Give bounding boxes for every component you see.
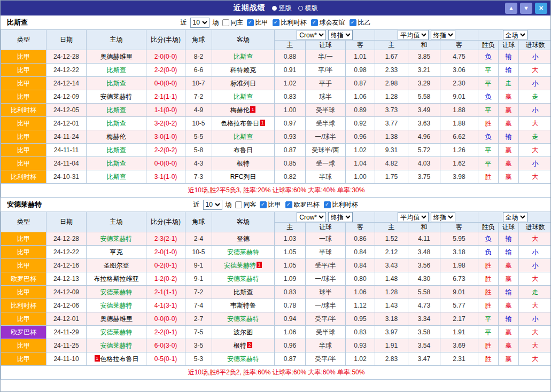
matches-table: 类型 日期 主场 比分(半场) 角球 客场 Crow* 终指 平均值 终指 全场 — [1, 211, 551, 380]
competition-badge: 比甲 — [1, 90, 46, 104]
match-score: 0-5(0-1) — [146, 352, 185, 366]
team-name-text: 根特 — [237, 160, 250, 167]
corner-count: 4-9 — [185, 104, 212, 117]
home-team-cell: 圣图尔登 — [87, 259, 146, 272]
corner-count: 9-1 — [185, 259, 212, 272]
asian-odds-cell: 1.06 — [346, 286, 375, 299]
away-team-cell: 安德莱赫特 — [212, 246, 275, 259]
result-cell: 胜 — [478, 272, 499, 286]
match-date: 24-12-01 — [46, 312, 87, 326]
section-filter-bar: 比斯查 近 10 场 同主 ✓比甲✓比利时杯✓球会友谊✓比乙 — [1, 15, 550, 29]
euro-time-select[interactable]: 终指 — [431, 212, 455, 222]
corner-count: 10-5 — [185, 246, 212, 259]
scope-select[interactable]: 全场 — [503, 30, 527, 40]
result-cell: 小 — [519, 312, 551, 326]
same-venue-filter[interactable]: 同客 — [235, 200, 257, 209]
section-team-name: 比斯查 — [7, 18, 28, 27]
asian-odds-cell: 0.98 — [346, 64, 375, 77]
euro-odds-cell: 5.77 — [440, 299, 478, 312]
home-team-cell: 比斯查 — [87, 157, 146, 170]
layout-horizontal-radio[interactable]: 横版 — [298, 4, 318, 13]
team-name-text: 比斯查 — [107, 146, 126, 154]
asian-odds-cell: 0.83 — [346, 326, 375, 339]
league-filter[interactable]: ✓球会友谊 — [311, 18, 345, 27]
away-team-cell: 安德莱赫特 — [212, 272, 275, 286]
home-team-cell: 亨克 — [87, 246, 146, 259]
team-name-text: 科特赖克 — [230, 66, 256, 74]
result-cell: 负 — [478, 246, 499, 259]
away-team-cell: 布鲁日 — [212, 144, 275, 157]
competition-badge: 比甲 — [1, 130, 46, 144]
euro-time-select[interactable]: 终指 — [431, 30, 455, 40]
result-cell: 负 — [478, 232, 499, 246]
col-result: 胜负 — [478, 41, 499, 50]
result-cell: 赢 — [499, 90, 519, 104]
asian-odds-cell: 受球半/两 — [306, 144, 346, 157]
match-date: 24-11-11 — [46, 144, 87, 157]
team-name-text: 布鲁日 — [234, 146, 253, 154]
corner-count: 8-2 — [185, 50, 212, 64]
layout-vertical-radio[interactable]: 竖版 — [272, 4, 292, 13]
scope-select[interactable]: 全场 — [503, 212, 527, 222]
radio-unselected-icon — [298, 6, 303, 11]
euro-odds-cell: 3.69 — [440, 339, 478, 352]
asian-company-select[interactable]: Crow* — [297, 212, 326, 222]
match-score: 0-0(0-0) — [146, 77, 185, 90]
close-icon[interactable]: × — [535, 3, 547, 14]
asian-odds-cell: 0.84 — [346, 259, 375, 272]
team-name-text: 比斯查 — [234, 288, 253, 296]
league-filter-label: 比甲 — [255, 18, 268, 27]
match-score: 2-1(1-1) — [146, 90, 185, 104]
result-cell: 走 — [519, 90, 551, 104]
euro-odds-cell: 1.75 — [375, 170, 408, 184]
checkbox-checked-icon: ✓ — [260, 201, 267, 208]
league-filter-label: 比利时杯 — [332, 200, 358, 209]
league-filter[interactable]: ✓比利时杯 — [324, 200, 358, 209]
away-team-cell: 韦斯特鲁 — [212, 299, 275, 312]
result-cell: 大 — [519, 352, 551, 366]
corner-count: 7-5 — [185, 326, 212, 339]
near-label: 近 — [193, 200, 200, 209]
result-cell: 平 — [478, 157, 499, 170]
radio-vertical-label: 竖版 — [279, 4, 292, 13]
euro-odds-cell: 3.58 — [408, 326, 440, 339]
league-filter[interactable]: ✓比甲 — [260, 200, 281, 209]
match-row: 比甲24-12-14比斯查0-0(0-0)10-7标准列日1.02平手0.872… — [1, 77, 551, 90]
result-cell: 小 — [519, 246, 551, 259]
same-venue-filter[interactable]: 同主 — [222, 18, 244, 27]
checkbox-checked-icon: ✓ — [285, 201, 292, 208]
team-name-text: 安德莱赫特 — [100, 235, 133, 242]
asian-time-select[interactable]: 终指 — [328, 30, 353, 40]
league-filter[interactable]: ✓比甲 — [247, 18, 268, 27]
result-cell: 输 — [499, 130, 519, 144]
asian-odds-cell: 1.02 — [346, 144, 375, 157]
recent-count-select[interactable]: 10 — [203, 200, 222, 210]
league-filter[interactable]: ✓欧罗巴杯 — [285, 200, 320, 209]
asian-company-select[interactable]: Crow* — [297, 30, 326, 40]
away-team-cell: 色格拉布鲁日1 — [212, 117, 275, 130]
league-filter[interactable]: ✓比利时杯 — [273, 18, 307, 27]
away-team-cell: 比斯查 — [212, 286, 275, 299]
recent-count-select[interactable]: 10 — [190, 18, 209, 28]
match-row: 比甲24-11-04比斯查0-0(0-0)4-3根特0.85受一球1.044.8… — [1, 157, 551, 170]
corner-count: 7-2 — [185, 90, 212, 104]
scroll-down-button[interactable]: ▼ — [520, 3, 532, 14]
corner-count: 5-8 — [185, 144, 212, 157]
euro-company-select[interactable]: 平均值 — [398, 30, 429, 40]
team-name-text: 安德莱赫特 — [100, 342, 133, 349]
competition-badge: 比甲 — [1, 157, 46, 170]
euro-odds-cell: 2.17 — [440, 312, 478, 326]
euro-odds-cell: 9.31 — [375, 144, 408, 157]
asian-odds-cell: 一/球半 — [306, 130, 346, 144]
red-card-badge: 2 — [247, 342, 252, 348]
asian-time-select[interactable]: 终指 — [328, 212, 353, 222]
scope-header: 全场 — [478, 212, 551, 223]
result-cell: 胜 — [478, 259, 499, 272]
match-score: 4-1(3-1) — [146, 299, 185, 312]
asian-odds-cell: 受平/半 — [306, 312, 346, 326]
team-name-text: RFC列日 — [230, 173, 257, 181]
euro-company-select[interactable]: 平均值 — [398, 212, 429, 222]
scroll-up-button[interactable]: ▲ — [505, 3, 517, 14]
league-filter[interactable]: ✓比乙 — [350, 18, 371, 27]
competition-badge: 比利时杯 — [1, 170, 46, 184]
